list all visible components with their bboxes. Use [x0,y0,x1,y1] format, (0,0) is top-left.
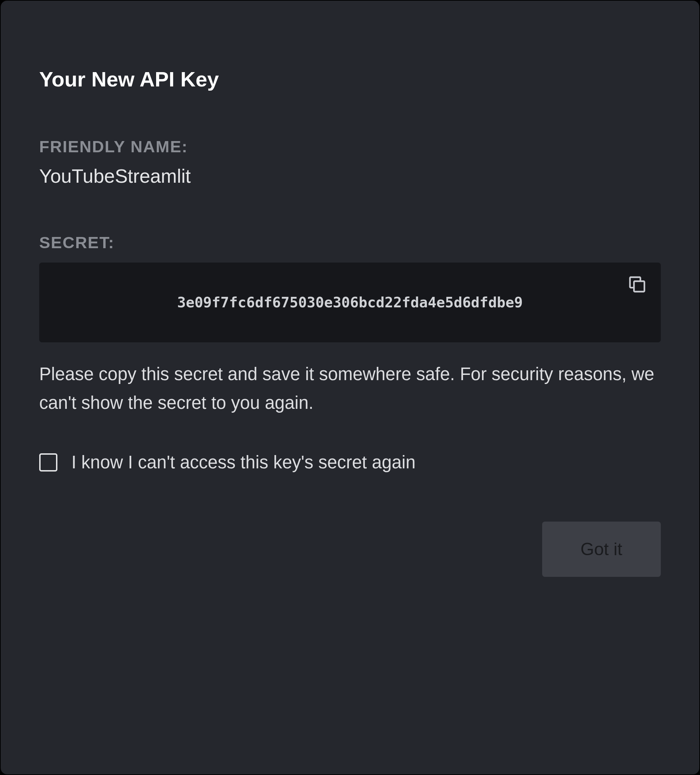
acknowledge-checkbox-label[interactable]: I know I can't access this key's secret … [71,452,416,472]
secret-label: SECRET: [39,233,661,252]
modal-title: Your New API Key [39,67,661,91]
copy-icon [628,290,647,295]
friendly-name-label: FRIENDLY NAME: [39,137,661,156]
friendly-name-value: YouTubeStreamlit [39,165,661,187]
svg-rect-0 [634,281,644,292]
got-it-button[interactable]: Got it [542,522,661,577]
acknowledge-checkbox[interactable] [39,453,57,472]
button-row: Got it [39,522,661,577]
secret-box: 3e09f7fc6df675030e306bcd22fda4e5d6dfdbe9 [39,263,661,343]
acknowledge-checkbox-row[interactable]: I know I can't access this key's secret … [39,452,661,472]
secret-value: 3e09f7fc6df675030e306bcd22fda4e5d6dfdbe9 [60,294,640,311]
warning-text: Please copy this secret and save it some… [39,360,661,417]
api-key-modal: Your New API Key FRIENDLY NAME: YouTubeS… [0,0,700,775]
copy-button[interactable] [628,275,647,294]
